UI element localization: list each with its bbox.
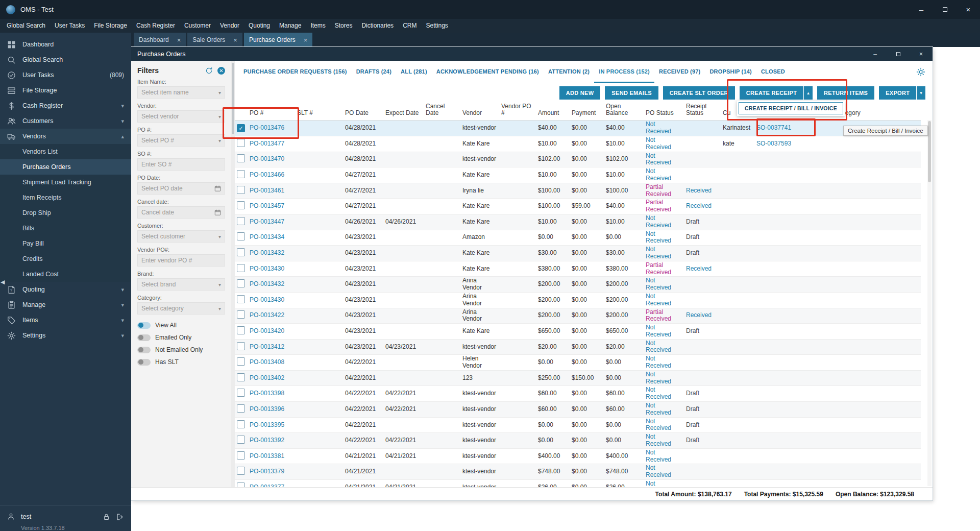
tab-close-icon[interactable]: ×	[304, 36, 308, 44]
status-tab-purchase-order-requests-156[interactable]: PURCHASE ORDER REQUESTS (156)	[239, 61, 352, 83]
create-receipt-button[interactable]: CREATE RECEIPT	[740, 86, 803, 100]
row-checkbox[interactable]	[237, 264, 245, 272]
tab-sale-orders[interactable]: Sale Orders ×	[187, 33, 242, 47]
table-row[interactable]: PO-001337704/21/202104/21/2021ktest-vend…	[235, 480, 921, 487]
close-button[interactable]: ×	[957, 0, 980, 19]
maximize-button[interactable]	[887, 47, 910, 61]
menu-item-dictionaries[interactable]: Dictionaries	[357, 19, 398, 33]
sidebar-item-global-search[interactable]: Global Search	[0, 52, 131, 67]
refresh-icon[interactable]	[205, 67, 213, 75]
maximize-button[interactable]	[933, 0, 957, 19]
status-tab-dropship-14[interactable]: DROPSHIP (14)	[705, 61, 756, 83]
po-number-link[interactable]: PO-0013470	[250, 155, 284, 162]
column-header-vendor[interactable]: Vendor	[460, 102, 499, 120]
column-header-cancel-date[interactable]: Cancel Date	[424, 102, 460, 120]
row-checkbox[interactable]	[237, 373, 245, 381]
table-row[interactable]: PO-001347704/28/2021Kate Kare$10.00$0.00…	[235, 136, 921, 152]
menu-item-customer[interactable]: Customer	[180, 19, 215, 33]
filter-vendor-po-input[interactable]: Enter vendor PO #	[137, 254, 225, 267]
row-checkbox[interactable]	[237, 420, 245, 428]
export-dropdown-toggle[interactable]: ▾	[917, 86, 925, 100]
column-header-po[interactable]: PO #	[248, 102, 295, 120]
table-row[interactable]: PO-001343204/23/2021Arina Vendor$200.00$…	[235, 277, 921, 293]
sidebar-item-drop-ship[interactable]: Drop Ship	[0, 205, 131, 221]
row-checkbox[interactable]	[237, 201, 245, 209]
po-number-link[interactable]: PO-0013402	[250, 374, 284, 381]
row-checkbox[interactable]	[237, 342, 245, 350]
so-number-link[interactable]: SO-0037741	[756, 124, 791, 131]
toggle-not-emailed-only[interactable]: Not Emailed Only	[137, 346, 225, 353]
add-new-button[interactable]: ADD NEW	[559, 86, 601, 100]
po-number-link[interactable]: PO-0013422	[250, 311, 284, 319]
po-number-link[interactable]: PO-0013412	[250, 343, 284, 350]
sidebar-item-quoting[interactable]: ? Quoting ▾	[0, 282, 131, 297]
minimize-button[interactable]: –	[864, 47, 887, 61]
table-row[interactable]: PO-001347004/28/2021ktest-vendor$102.00$…	[235, 152, 921, 167]
scrollbar-thumb[interactable]	[232, 63, 234, 134]
toggle-has-slt[interactable]: Has SLT	[137, 358, 225, 366]
menu-item-user-tasks[interactable]: User Tasks	[50, 19, 89, 33]
menu-item-quoting[interactable]: Quoting	[244, 19, 275, 33]
so-number-link[interactable]: SO-0037593	[756, 140, 791, 147]
table-row[interactable]: PO-001343004/23/2021Arina Vendor$200.00$…	[235, 292, 921, 308]
menu-item-global-search[interactable]: Global Search	[2, 19, 50, 33]
filter-po-date-input[interactable]: Select PO date	[137, 182, 225, 195]
status-tab-received-97[interactable]: RECEIVED (97)	[654, 61, 705, 83]
row-checkbox[interactable]	[237, 279, 245, 287]
column-header-payment[interactable]: Payment	[570, 102, 604, 120]
sidebar-item-cash-register[interactable]: Cash Register ▾	[0, 98, 131, 113]
sidebar-item-landed-cost[interactable]: Landed Cost	[0, 267, 131, 282]
sidebar-item-bills[interactable]: Bills	[0, 221, 131, 236]
menu-item-stores[interactable]: Stores	[330, 19, 357, 33]
table-row[interactable]: PO-001341204/23/202104/23/2021ktest-vend…	[235, 339, 921, 355]
row-checkbox[interactable]	[237, 467, 245, 475]
scrollbar-thumb[interactable]	[928, 121, 931, 182]
menu-item-crm[interactable]: CRM	[398, 19, 421, 33]
sidebar-item-item-receipts[interactable]: Item Receipts	[0, 190, 131, 205]
sidebar-item-dashboard[interactable]: Dashboard	[0, 37, 131, 52]
tab-purchase-orders[interactable]: Purchase Orders ×	[244, 33, 312, 47]
table-row[interactable]: PO-001339204/22/202104/22/2021ktest-vend…	[235, 433, 921, 449]
po-number-link[interactable]: PO-0013381	[250, 452, 284, 460]
row-checkbox[interactable]	[237, 326, 245, 334]
table-row[interactable]: PO-001339804/22/202104/22/2021ktest-vend…	[235, 386, 921, 402]
row-checkbox[interactable]	[237, 170, 245, 178]
clear-filters-icon[interactable]: ✕	[217, 67, 225, 75]
row-checkbox[interactable]	[237, 451, 245, 460]
row-checkbox[interactable]	[237, 436, 245, 444]
po-number-link[interactable]: PO-0013477	[250, 140, 284, 147]
menu-item-vendor[interactable]: Vendor	[215, 19, 244, 33]
po-number-link[interactable]: PO-0013430	[250, 265, 284, 272]
send-emails-button[interactable]: SEND EMAILS	[605, 86, 658, 100]
po-number-link[interactable]: PO-0013457	[250, 202, 284, 209]
status-tab-in-process-152[interactable]: IN PROCESS (152)	[594, 61, 654, 83]
tab-close-icon[interactable]: ×	[177, 36, 181, 44]
sidebar-item-customers[interactable]: Customers ▾	[0, 113, 131, 129]
sidebar-item-shipment-load-tracking[interactable]: Shipment Load Tracking	[0, 175, 131, 190]
po-number-link[interactable]: PO-0013408	[250, 358, 284, 366]
po-number-link[interactable]: PO-0013379	[250, 468, 284, 475]
return-items-button[interactable]: RETURN ITEMS	[817, 86, 874, 100]
close-button[interactable]: ×	[910, 47, 933, 61]
po-number-link[interactable]: PO-0013461	[250, 187, 284, 194]
grid-settings-gear-icon[interactable]	[916, 67, 925, 77]
po-number-link[interactable]: PO-0013434	[250, 233, 284, 240]
table-row[interactable]: PO-001346104/27/2021Iryna lie$100.00$0.0…	[235, 183, 921, 199]
sidebar-item-file-storage[interactable]: File Storage	[0, 83, 131, 98]
tab-close-icon[interactable]: ×	[233, 36, 237, 44]
column-header-category[interactable]: Category	[834, 102, 921, 120]
column-header-blank-0[interactable]	[235, 102, 248, 120]
row-checkbox[interactable]	[237, 310, 245, 319]
status-tab-closed[interactable]: CLOSED	[756, 61, 790, 83]
filter-category-input[interactable]: Select category▾	[137, 302, 225, 315]
table-row[interactable]: PO-001345704/27/2021Kate Kare$100.00$59.…	[235, 199, 921, 214]
po-number-link[interactable]: PO-0013420	[250, 327, 284, 334]
filter-po-input[interactable]: Select PO #▾	[137, 134, 225, 147]
row-checkbox[interactable]	[237, 248, 245, 256]
po-number-link[interactable]: PO-0013430	[250, 296, 284, 303]
sidebar-item-vendors[interactable]: Vendors ▴	[0, 129, 131, 144]
column-header-open-balance[interactable]: Open Balance	[604, 102, 644, 120]
tab-dashboard[interactable]: Dashboard ×	[134, 33, 186, 47]
sidebar-item-items[interactable]: Items ▾	[0, 312, 131, 328]
row-checkbox[interactable]	[237, 482, 245, 487]
